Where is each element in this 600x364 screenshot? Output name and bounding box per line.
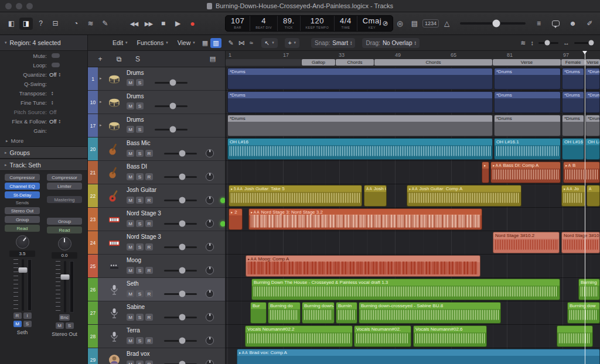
s-button[interactable]: S (136, 360, 144, 364)
region[interactable]: *Drums (494, 91, 561, 113)
collaboration-icon[interactable]: ☻ (566, 18, 579, 30)
region[interactable]: A AJosh G (364, 185, 387, 207)
slider-knob[interactable] (179, 197, 185, 204)
track-lane[interactable]: ▸ 5 A AJosh Guitar: Take 5A AJosh G▸ A A… (226, 184, 600, 208)
s-button[interactable]: S (136, 337, 144, 344)
m-button[interactable]: M (127, 290, 134, 297)
region[interactable]: OH L#1 (585, 138, 600, 160)
slider-knob[interactable] (179, 221, 185, 227)
edit-menu[interactable]: Edit ▾ (112, 39, 128, 46)
horizontal-zoom-slider[interactable] (574, 42, 594, 44)
mute-button[interactable]: M (56, 322, 64, 329)
chat-icon[interactable] (549, 18, 562, 30)
track-header-row[interactable]: 24Nord Stage 3MSR (88, 231, 225, 255)
pan-knob[interactable] (206, 243, 214, 251)
fader-handle[interactable] (18, 267, 27, 273)
track-lane[interactable]: *Drums*Drums*Drums*Drum (226, 67, 600, 91)
slider-knob[interactable] (169, 80, 176, 86)
m-button[interactable]: M (127, 126, 134, 133)
m-button[interactable]: M (127, 360, 134, 364)
region[interactable]: *Drum (585, 115, 600, 136)
duplicate-track-button[interactable]: ⧉ (114, 54, 124, 64)
track-header-row[interactable]: 28TerraMSR (88, 325, 225, 348)
region[interactable]: *Drums (562, 68, 584, 90)
waveform-zoom-icon[interactable]: ≋ (518, 38, 528, 48)
r-button[interactable]: R (145, 150, 153, 157)
region[interactable]: Vocals Neumann#02. (354, 325, 411, 347)
s-button[interactable]: S (136, 314, 144, 321)
track-header-row[interactable]: 20Bass MicMSR (88, 138, 225, 161)
pointer-tool-menu[interactable]: ↖ ▾ (261, 38, 278, 48)
pan-knob[interactable] (206, 360, 214, 364)
track-volume-slider[interactable] (164, 317, 197, 318)
track-display-icon[interactable]: ▤ (207, 54, 218, 64)
list-editors-icon[interactable]: ≡ (532, 18, 546, 30)
s-button[interactable]: S (136, 290, 144, 297)
group-slot[interactable]: Group (47, 218, 82, 225)
solo-tracks-button[interactable]: S (132, 54, 143, 64)
playhead[interactable] (585, 51, 585, 364)
pan-knob[interactable] (206, 313, 214, 321)
track-lane[interactable]: ▸2▸ A ANord Stage 3: Nord Stage 3.2 (226, 208, 600, 231)
track-volume-slider[interactable] (164, 293, 197, 295)
groups-header[interactable]: ▸ Groups (0, 146, 87, 159)
region[interactable]: *Drums (494, 115, 561, 136)
track-lane[interactable]: ▸ A ABrad vox: Comp A (226, 348, 600, 364)
track-volume-slider[interactable] (164, 340, 197, 342)
stop-button[interactable]: ■ (156, 18, 170, 30)
region-inspector-header[interactable]: ▾ Region: 4 selected (0, 35, 88, 50)
slider-knob[interactable] (179, 244, 185, 250)
view-menu[interactable]: View ▾ (178, 39, 195, 46)
track-header-row[interactable]: 23Nord Stage 3MSR (88, 208, 225, 231)
region[interactable]: Vocals Neumann#02.6 (413, 325, 487, 347)
pan-knob[interactable] (206, 266, 214, 274)
pencil-tool-icon[interactable]: ✎ (226, 38, 236, 48)
slider-knob[interactable] (169, 126, 176, 133)
track-volume-slider[interactable] (155, 82, 188, 84)
r-button[interactable]: R (145, 267, 153, 274)
bounce-button[interactable]: Bnc (59, 314, 70, 321)
track-header-row[interactable]: 22Josh GuitarMSR (88, 184, 225, 208)
slider-knob[interactable] (179, 174, 185, 180)
m-button[interactable]: M (127, 173, 134, 180)
output-slot[interactable]: Stereo Out (5, 207, 40, 214)
slider-knob[interactable] (179, 267, 185, 274)
track-header-row[interactable]: 10▸DrumsMS (88, 91, 225, 114)
region[interactable]: ▸2 (229, 208, 243, 230)
metronome-button[interactable]: △ (440, 18, 454, 30)
slider-knob[interactable] (179, 150, 185, 157)
region[interactable]: OH L#16.1 (494, 138, 561, 160)
region[interactable]: Nord Stage 3#10 (561, 232, 600, 253)
share-icon[interactable]: ✐ (583, 18, 596, 30)
command-click-tool-menu[interactable]: + ▾ (285, 38, 299, 48)
s-button[interactable]: S (136, 126, 144, 133)
track-lane[interactable]: ▸ A AMoog: Comp A (226, 255, 600, 278)
track-lane[interactable]: OH L#16OH L#16.1OH L#16OH L#1 (226, 138, 600, 161)
record-button[interactable]: ● (186, 18, 199, 30)
region[interactable]: Burning down-cro (302, 302, 335, 324)
plugin-slot[interactable]: St-Delay (5, 191, 40, 198)
param-stepper[interactable]: ▴▾ (59, 72, 61, 77)
region[interactable]: ▸ A AJosh Guitar: Comp A (407, 185, 521, 207)
track-lane[interactable]: Nord Stage 3#10.2Nord Stage 3#10 (226, 231, 600, 255)
marker-segment[interactable]: Chords (374, 59, 492, 66)
disclosure-icon[interactable]: ▸ (100, 99, 102, 104)
pan-knob[interactable] (206, 173, 214, 181)
region[interactable]: *Drum (585, 68, 600, 90)
region[interactable]: Burnin (336, 302, 357, 324)
track-volume-slider[interactable] (164, 223, 197, 225)
s-button[interactable]: S (136, 267, 144, 274)
region[interactable]: *Drums (227, 68, 493, 90)
s-button[interactable]: S (136, 150, 144, 157)
m-button[interactable]: M (127, 220, 134, 227)
m-button[interactable]: M (127, 337, 134, 344)
disclosure-icon[interactable]: ▸ (100, 123, 102, 128)
region[interactable] (557, 325, 593, 347)
s-button[interactable]: S (136, 197, 144, 204)
pan-knob[interactable] (206, 149, 214, 157)
record-enable-dot[interactable] (220, 198, 226, 203)
m-button[interactable]: M (127, 102, 134, 109)
track-lane[interactable]: *Drums*Drums*Drums*Drum (226, 91, 600, 114)
mastering-slot[interactable]: Mastering (47, 196, 82, 203)
track-header-row[interactable]: 27SabineMSR (88, 301, 225, 325)
